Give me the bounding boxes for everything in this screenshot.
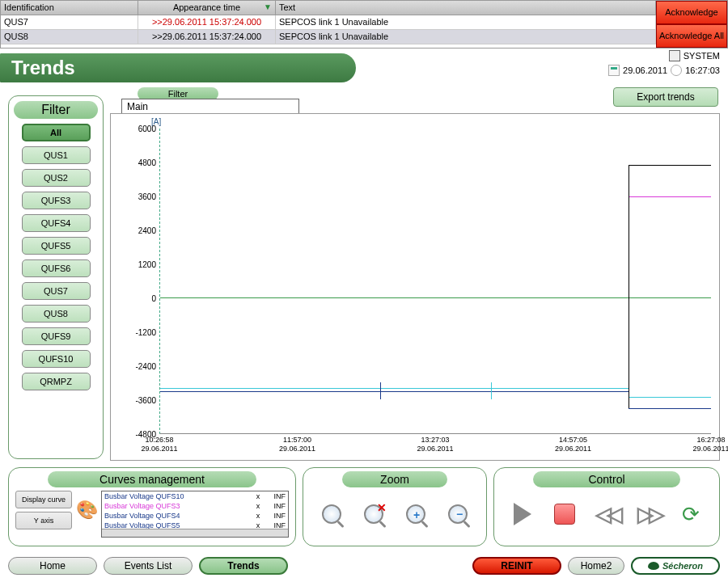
alarm-bar: Identification Appearance time▼ Text QUS… (0, 0, 728, 48)
brand-icon (648, 562, 659, 570)
series-line (629, 408, 711, 409)
xtick: 11:57:0029.06.2011 (279, 436, 315, 453)
col-header-text[interactable]: Text (276, 1, 656, 15)
filter-panel: Filter AllQUS1QUS2QUFS3QUFS4QUFS5QUFS6QU… (8, 95, 104, 459)
zoom-panel-title: Zoom (342, 471, 447, 487)
alarm-row[interactable]: QUS8 >>29.06.2011 15:37:24.000 SEPCOS li… (1, 30, 656, 44)
alarm-header: Identification Appearance time▼ Text (1, 1, 656, 15)
filter-button-qus7[interactable]: QUS7 (22, 282, 91, 300)
filter-button-qrmpz[interactable]: QRMPZ (22, 373, 91, 390)
system-time: 16:27:03 (685, 65, 720, 75)
series-line (160, 388, 629, 389)
play-button[interactable] (508, 500, 537, 529)
curve-list-item[interactable]: Busbar Voltage QUFS10xINF (102, 491, 288, 501)
series-line (629, 196, 711, 197)
zoom-panel: Zoom (303, 467, 487, 546)
home-button[interactable]: Home (8, 557, 97, 575)
stop-button[interactable] (550, 500, 579, 529)
xtick: 14:57:0529.06.2011 (555, 436, 591, 453)
series-vline (491, 382, 492, 399)
acknowledge-button[interactable]: Acknowledge (656, 1, 727, 24)
ytick: 3600 (121, 192, 156, 201)
system-date: 29.06.2011 (623, 65, 667, 75)
forward-button[interactable]: ▷▷ (634, 500, 663, 529)
series-line (629, 165, 711, 166)
refresh-button[interactable]: ⟳ (676, 500, 705, 529)
curves-panel-title: Curves management (48, 471, 256, 487)
filter-button-qus1[interactable]: QUS1 (22, 146, 91, 164)
sort-down-icon[interactable]: ▼ (264, 2, 272, 11)
zoom-default-button[interactable] (317, 500, 346, 529)
series-vline (380, 382, 381, 399)
col-header-time[interactable]: Appearance time▼ (138, 1, 276, 15)
xtick: 10:26:5829.06.2011 (141, 436, 177, 453)
zoom-in-button[interactable] (401, 500, 430, 529)
filter-panel-title: Filter (14, 101, 98, 119)
ytick: 6000 (121, 124, 156, 133)
y-axis-button[interactable]: Y axis (15, 512, 72, 529)
display-curve-button[interactable]: Display curve (15, 491, 72, 508)
ytick: 2400 (121, 226, 156, 235)
series-line (629, 397, 711, 398)
ytick: -2400 (121, 362, 156, 371)
zoom-reset-button[interactable] (359, 500, 388, 529)
home2-button[interactable]: Home2 (568, 557, 624, 575)
filter-button-qufs10[interactable]: QUFS10 (22, 350, 91, 368)
events-list-button[interactable]: Events List (104, 557, 193, 575)
page-title: Trends (0, 53, 356, 82)
system-label: SYSTEM (684, 51, 720, 61)
calendar-icon (608, 65, 620, 76)
series-line (160, 391, 380, 392)
series-line (491, 391, 629, 392)
series-line (380, 391, 490, 392)
zoom-out-button[interactable] (443, 500, 472, 529)
ytick: 4800 (121, 158, 156, 167)
scrollbar-horizontal[interactable] (102, 529, 288, 537)
filter-button-qufs6[interactable]: QUFS6 (22, 259, 91, 277)
curve-list[interactable]: Busbar Voltage QUFS10xINFBusbar Voltage … (101, 491, 289, 538)
filter-button-qufs5[interactable]: QUFS5 (22, 237, 91, 255)
trend-chart[interactable]: [A] 600048003600240012000-1200-2400-3600… (110, 113, 720, 461)
system-icon (669, 50, 680, 61)
filter-button-qus2[interactable]: QUS2 (22, 169, 91, 187)
curve-list-item[interactable]: Busbar Voltage QUFS4xINF (102, 511, 288, 521)
ytick: 0 (121, 294, 156, 303)
acknowledge-all-button[interactable]: Acknowledge All (656, 24, 727, 48)
brand-logo: Sécheron (631, 557, 720, 575)
series-vline (629, 165, 629, 407)
ytick: 1200 (121, 260, 156, 269)
clock-icon (671, 65, 682, 76)
reinit-button[interactable]: REINIT (472, 557, 561, 575)
xtick: 13:27:0329.06.2011 (417, 436, 453, 453)
trends-button[interactable]: Trends (199, 557, 288, 575)
alarm-row[interactable]: QUS7 >>29.06.2011 15:37:24.000 SEPCOS li… (1, 15, 656, 30)
xtick: 16:27:0829.06.2011 (692, 436, 728, 453)
filter-button-qufs3[interactable]: QUFS3 (22, 192, 91, 209)
col-header-id[interactable]: Identification (1, 1, 138, 15)
filter-button-qufs9[interactable]: QUFS9 (22, 327, 91, 345)
ytick: -1200 (121, 328, 156, 337)
control-panel: Control ◁◁ ▷▷ ⟳ (493, 467, 720, 546)
filter-button-qufs4[interactable]: QUFS4 (22, 214, 91, 232)
curves-management-panel: Curves management Display curve Y axis 🎨… (8, 467, 296, 546)
filter-button-qus8[interactable]: QUS8 (22, 305, 91, 323)
curve-list-item[interactable]: Busbar Voltage QUFS3xINF (102, 501, 288, 511)
ytick: -3600 (121, 396, 156, 405)
control-panel-title: Control (533, 471, 680, 487)
filter-button-all[interactable]: All (22, 124, 91, 141)
palette-icon[interactable]: 🎨 (75, 491, 98, 529)
rewind-button[interactable]: ◁◁ (592, 500, 621, 529)
